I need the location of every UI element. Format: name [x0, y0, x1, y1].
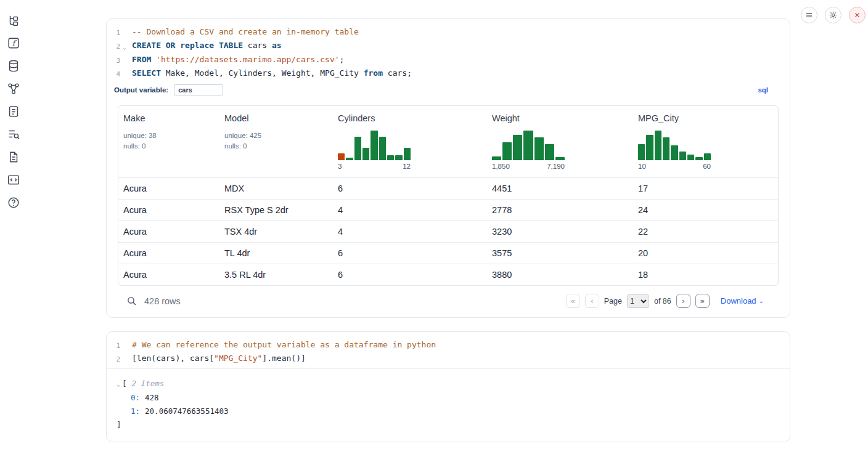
code-line[interactable]: 3FROM 'https://datasets.marimo.app/cars.… [107, 54, 790, 67]
sql-code-editor[interactable]: 1-- Download a CSV and create an in-memo… [107, 19, 790, 83]
histogram-bar[interactable] [354, 137, 361, 160]
last-page-button[interactable]: » [695, 294, 710, 308]
histogram-bar[interactable] [513, 135, 522, 160]
histogram-bar[interactable] [704, 153, 711, 160]
table-row[interactable]: AcuraTSX 4dr4323022 [118, 221, 779, 243]
dependency-graph-icon[interactable] [7, 82, 20, 95]
python-code-editor[interactable]: 1# We can reference the output variable … [107, 332, 790, 368]
snippets-icon[interactable] [7, 173, 20, 187]
line-number: 2 [107, 39, 120, 53]
histogram-bar[interactable] [555, 157, 565, 160]
shutdown-close-icon[interactable] [849, 7, 866, 23]
table-cell: 4 [333, 200, 487, 221]
histogram-bar[interactable] [492, 156, 501, 160]
nulls-stat: nulls: 0 [224, 141, 328, 152]
histogram-bar[interactable] [671, 145, 678, 160]
code-text: -- Download a CSV and create an in-memor… [129, 26, 359, 38]
cell-output: ⌄[2 Items 0:428 1:20.060747663551403 ] [107, 368, 790, 442]
table-cell: Acura [118, 221, 219, 243]
histogram-bar[interactable] [687, 155, 694, 160]
download-button[interactable]: Download⌄ [721, 296, 764, 305]
helper-panel-sidebar: f [0, 0, 27, 209]
hist-max-label: 12 [403, 163, 411, 170]
fold-chevron-icon[interactable]: ⌄ [120, 39, 129, 54]
cylinders-histogram [338, 128, 411, 160]
histogram-bar[interactable] [545, 144, 554, 160]
column-header-make[interactable]: Make unique: 38 nulls: 0 [118, 106, 219, 178]
table-row[interactable]: AcuraTL 4dr6357520 [118, 243, 779, 264]
code-line[interactable]: 4SELECT Make, Model, Cylinders, Weight, … [107, 67, 790, 81]
collapse-chevron-icon[interactable]: ⌄ [117, 381, 120, 387]
histogram-bar[interactable] [695, 157, 702, 160]
table-cell: TSX 4dr [219, 221, 333, 243]
column-name: Model [224, 113, 328, 123]
search-icon[interactable] [126, 296, 137, 306]
code-text: SELECT Make, Model, Cylinders, Weight, M… [129, 67, 412, 79]
next-page-button[interactable]: › [676, 294, 690, 308]
histogram-bar[interactable] [338, 153, 345, 160]
table-row[interactable]: AcuraMDX6445117 [118, 178, 779, 200]
sql-cell-footer: Output variable: sql [107, 83, 790, 102]
histogram-bar[interactable] [362, 148, 369, 160]
table-row[interactable]: AcuraRSX Type S 2dr4277824 [118, 200, 779, 221]
histogram-bar[interactable] [371, 131, 377, 160]
histogram-bar[interactable] [655, 131, 661, 160]
column-header-mpg-city[interactable]: MPG_City 10 60 [633, 106, 779, 178]
column-stats: unique: 425 nulls: 0 [224, 131, 328, 151]
language-badge[interactable]: sql [758, 86, 768, 94]
nulls-stat: nulls: 0 [123, 141, 215, 152]
table-cell: 4451 [487, 178, 633, 200]
table-cell: Acura [118, 200, 219, 221]
histogram-bar[interactable] [404, 148, 411, 160]
close-bracket: ] [117, 420, 121, 429]
column-header-cylinders[interactable]: Cylinders 3 12 [333, 106, 487, 178]
table-cell: 6 [333, 264, 487, 286]
scratchpad-icon[interactable]: f [7, 36, 20, 50]
table-cell: Acura [118, 178, 219, 200]
table-of-contents-icon[interactable] [7, 127, 20, 141]
first-page-button[interactable]: « [566, 294, 580, 308]
rows-count: 428 rows [144, 296, 181, 306]
histogram-bar[interactable] [502, 142, 512, 160]
histogram-bar[interactable] [395, 155, 402, 160]
column-stats: unique: 38 nulls: 0 [123, 131, 215, 151]
code-line[interactable]: 1-- Download a CSV and create an in-memo… [107, 26, 790, 39]
previous-page-button[interactable]: ‹ [585, 294, 599, 308]
tree-close-line: ] [117, 418, 779, 432]
histogram-bar[interactable] [638, 144, 645, 160]
histogram-bar[interactable] [679, 152, 686, 160]
histogram-bar[interactable] [523, 131, 533, 160]
output-variable-input[interactable] [174, 84, 223, 95]
code-line[interactable]: 1# We can reference the output variable … [107, 339, 790, 352]
column-header-model[interactable]: Model unique: 425 nulls: 0 [219, 106, 333, 178]
entry-value: 20.060747663551403 [145, 407, 228, 416]
settings-gear-icon[interactable] [825, 7, 841, 23]
tree-entry: 0:428 [117, 391, 779, 405]
fold-gutter [120, 26, 129, 28]
svg-text:f: f [12, 39, 17, 47]
page-select[interactable]: 1 [627, 294, 649, 308]
table-cell: 2778 [487, 200, 633, 221]
documentation-icon[interactable] [7, 150, 20, 164]
datasources-icon[interactable] [7, 59, 20, 73]
histogram-bar[interactable] [346, 158, 353, 160]
code-text: # We can reference the output variable a… [129, 339, 436, 351]
open-bracket: [ [122, 379, 127, 388]
histogram-bar[interactable] [646, 135, 653, 160]
help-icon[interactable] [7, 196, 20, 209]
code-line[interactable]: 2[len(cars), cars["MPG_City"].mean()] [107, 352, 790, 366]
table-row[interactable]: Acura3.5 RL 4dr6388018 [118, 264, 779, 286]
histogram-bar[interactable] [663, 137, 669, 160]
file-tree-icon[interactable] [7, 14, 20, 27]
table-cell: MDX [219, 178, 333, 200]
column-name: Weight [492, 113, 628, 123]
line-number: 4 [107, 67, 120, 81]
histogram-bar[interactable] [379, 137, 386, 160]
logs-icon[interactable] [7, 105, 20, 118]
histogram-bar[interactable] [534, 137, 544, 160]
column-header-weight[interactable]: Weight 1,850 7,190 [487, 106, 633, 178]
data-table-container: Make unique: 38 nulls: 0 Model unique: 4… [118, 105, 779, 286]
code-line[interactable]: 2⌄CREATE OR replace TABLE cars as [107, 39, 790, 54]
histogram-bar[interactable] [387, 155, 394, 160]
menu-icon[interactable] [801, 7, 817, 23]
